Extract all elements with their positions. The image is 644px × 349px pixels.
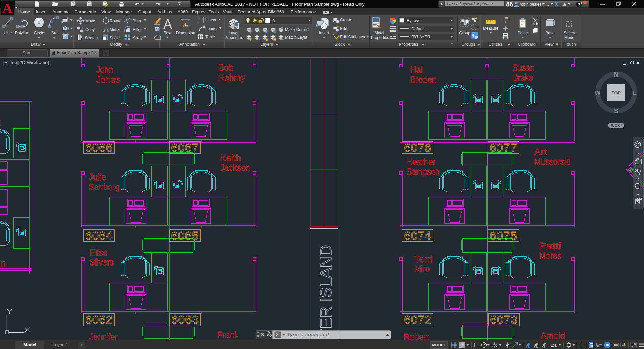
svg-text:TOP: TOP [612,90,621,95]
svg-text:Block: Block [335,42,345,47]
svg-text:Text: Text [164,31,172,35]
svg-text:Match Layer: Match Layer [285,35,307,40]
svg-text:E: E [632,90,636,96]
svg-text:John: John [96,64,113,75]
svg-text:Touch: Touch [565,42,576,47]
svg-text:robin.beales@...: robin.beales@... [520,2,549,7]
svg-text:Arnold: Arnold [541,330,565,340]
svg-text:Annotation: Annotation [179,42,200,47]
svg-text:Move: Move [85,19,95,23]
svg-text:Paste: Paste [518,31,528,35]
svg-text:Miro: Miro [414,264,430,274]
svg-text:Rahmy: Rahmy [218,72,245,83]
svg-text:Group: Group [459,31,470,35]
svg-text:Robert: Robert [404,332,429,340]
svg-text:Stretch: Stretch [85,36,98,40]
svg-text:Trim: Trim [133,19,141,23]
svg-text:6067: 6067 [171,141,199,154]
svg-text:Utilities: Utilities [489,42,502,47]
svg-text:View: View [545,42,554,47]
svg-text:Terri: Terri [414,254,433,264]
svg-text:Julie: Julie [89,172,106,182]
svg-text:S: S [614,108,618,114]
svg-text:Measure: Measure [483,26,499,31]
svg-text:Keith: Keith [220,153,241,163]
svg-text:Scale: Scale [110,36,120,40]
svg-text:Groups: Groups [462,42,475,47]
svg-text:Drake: Drake [512,72,533,83]
svg-text:tt: tt [0,117,1,128]
svg-text:Mores: Mores [539,250,561,261]
svg-text:Rotate: Rotate [110,19,122,23]
svg-text:Layers: Layers [260,42,273,47]
svg-text:Insert: Insert [319,31,329,35]
svg-text:Susan: Susan [512,62,534,73]
svg-text:Layer: Layer [229,31,239,35]
svg-text:6072: 6072 [404,313,431,326]
svg-text:Elise: Elise [90,247,107,258]
svg-text:Base: Base [545,31,555,35]
svg-text:6075: 6075 [490,229,517,242]
svg-text:Line: Line [4,31,12,35]
svg-text:Dimension: Dimension [176,31,195,35]
svg-text:Mode: Mode [564,35,574,40]
svg-text:Array: Array [133,36,143,40]
svg-text:Select: Select [564,31,575,35]
svg-text:Frank: Frank [217,330,239,340]
svg-text:Fillet: Fillet [133,27,142,32]
svg-text:Make Current: Make Current [285,27,310,32]
svg-text:Hal: Hal [410,64,423,75]
svg-text:Bob: Bob [218,62,233,73]
svg-text:Properties: Properties [225,35,243,40]
svg-text:nn: nn [0,258,6,268]
svg-text:WCS: WCS [611,123,620,128]
svg-text:MODEL: MODEL [432,343,446,347]
svg-text:TER ISLAND: TER ISLAND [317,245,335,338]
svg-text:Properties: Properties [371,35,389,40]
svg-text:A: A [163,17,172,32]
svg-text:Heather: Heather [406,157,436,167]
svg-text:Jackson: Jackson [220,162,250,173]
svg-text:Copy: Copy [85,27,95,32]
svg-text:Create: Create [340,18,352,22]
svg-text:0: 0 [272,18,275,23]
svg-text:6066: 6066 [85,141,113,154]
svg-text:Jones: Jones [96,74,120,85]
svg-text:Default: Default [411,27,425,31]
svg-text:Silvers: Silvers [90,257,114,267]
svg-text:BYLAYER: BYLAYER [411,35,430,39]
svg-text:?: ? [578,2,580,7]
svg-text:Sanborg: Sanborg [89,182,120,192]
svg-text:Broden: Broden [410,74,436,85]
svg-text:Linear: Linear [205,18,216,22]
svg-text:6074: 6074 [404,229,431,242]
svg-text:A: A [2,1,13,16]
svg-text:Properties: Properties [399,42,418,47]
svg-text:6064: 6064 [85,229,113,242]
svg-text:X: X [554,1,559,8]
svg-text:Art: Art [534,147,547,157]
svg-text:1:1: 1:1 [551,343,557,348]
svg-text:Edit Attributes: Edit Attributes [340,35,365,39]
svg-text:Edit: Edit [340,26,347,31]
svg-text:Clipboard: Clipboard [518,42,536,47]
svg-text:W: W [595,90,601,96]
svg-text:Draw: Draw [31,42,41,47]
svg-text:Table: Table [205,35,215,39]
svg-text:6077: 6077 [490,141,517,154]
svg-text:6065: 6065 [171,229,199,242]
svg-text:Mirror: Mirror [110,27,120,32]
svg-text:Polyline: Polyline [15,31,29,35]
svg-text:Circle: Circle [34,31,44,35]
svg-text:Sampson: Sampson [406,166,440,177]
svg-text:Mussorski: Mussorski [534,156,570,167]
svg-text:N: N [614,71,619,78]
svg-text:ByLayer: ByLayer [407,18,422,23]
svg-text:6062: 6062 [85,313,113,326]
svg-text:Arc: Arc [51,31,57,35]
svg-text:6073: 6073 [490,313,518,326]
svg-text:Modify: Modify [110,42,123,47]
svg-text:Patti: Patti [539,241,561,251]
svg-text:Leader: Leader [205,26,218,31]
svg-text:Jennifer: Jennifer [89,332,117,340]
